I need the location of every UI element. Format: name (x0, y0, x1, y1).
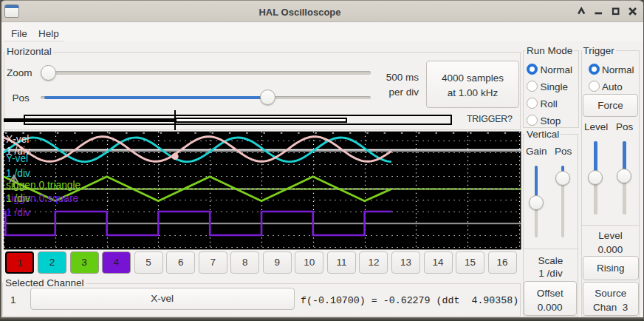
svg-text:siggen.0.triangle: siggen.0.triangle (6, 180, 81, 191)
svg-text:Y-vel: Y-vel (6, 153, 28, 164)
svg-text:1 /div: 1 /div (6, 168, 30, 179)
svg-text:1 /div: 1 /div (6, 207, 30, 218)
svg-text:1 /div: 1 /div (6, 193, 30, 204)
svg-text:X-vel: X-vel (6, 134, 29, 145)
